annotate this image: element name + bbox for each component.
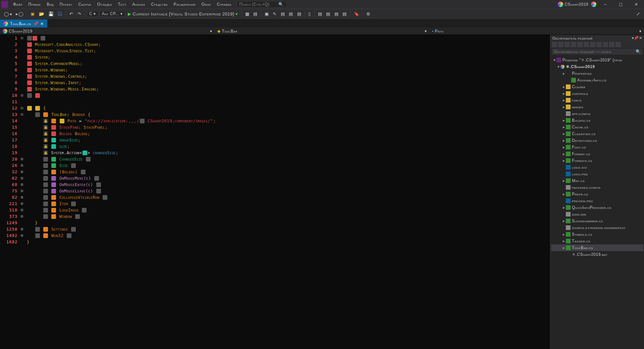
tb-icon-4[interactable]: ✎ bbox=[271, 11, 278, 17]
menu-analysis[interactable]: Анализ bbox=[130, 2, 147, 7]
search-box[interactable]: Поиск (Ctrl+Q) 🔍 bbox=[236, 1, 287, 8]
fold-toggle[interactable]: ⊟ bbox=[20, 36, 24, 41]
menu-file[interactable]: Файл bbox=[11, 2, 24, 7]
document-tab[interactable]: ToolBar.cs 📌 ✕ bbox=[0, 19, 47, 27]
tb-icon-12[interactable]: ▤ bbox=[341, 11, 348, 17]
tree-item[interactable]: logo.png bbox=[551, 171, 643, 177]
vs-logo-icon[interactable] bbox=[1, 1, 8, 8]
tree-item[interactable]: ▸Formats.cs bbox=[551, 157, 643, 164]
tree-item[interactable]: ▸fonts bbox=[551, 97, 643, 104]
fold-toggle[interactable]: ⊞ bbox=[20, 176, 24, 181]
sol-tb-i8[interactable] bbox=[596, 42, 602, 47]
menu-project[interactable]: Проект bbox=[57, 2, 75, 7]
fold-toggle[interactable]: ⊟ bbox=[20, 112, 24, 117]
tree-item[interactable]: ▸Definitions.cs bbox=[551, 137, 643, 144]
nav-forward-button[interactable]: ▸◯ bbox=[14, 11, 25, 17]
nav-scope-member[interactable]: ▪Path▾ bbox=[429, 29, 644, 34]
fold-toggle[interactable]: ⊞ bbox=[20, 169, 24, 174]
tb-icon-8[interactable]: ▯ bbox=[307, 11, 312, 17]
tree-item[interactable]: packages.config bbox=[551, 184, 643, 191]
tree-item[interactable]: ▸Sledgehammer.cs bbox=[551, 218, 643, 224]
menu-edit[interactable]: Правка bbox=[26, 2, 43, 7]
fold-toggle[interactable]: ⊞ bbox=[20, 195, 24, 200]
sol-tb-i3[interactable] bbox=[565, 42, 570, 47]
sol-close-icon[interactable]: ✕ bbox=[639, 36, 642, 40]
tree-item[interactable]: ▸QuickInfoProvider.cs bbox=[551, 204, 643, 211]
tree-item[interactable]: ▸Map.cs bbox=[551, 177, 643, 184]
undo-button[interactable]: ↶ bbox=[68, 11, 75, 17]
nav-back-button[interactable]: ◯◂ bbox=[3, 11, 13, 17]
project-node[interactable]: ▾⚛.CSharp2019 bbox=[551, 63, 643, 70]
tree-item[interactable]: ⚛.CSharp2019.bat bbox=[551, 251, 643, 258]
menu-help[interactable]: Справка bbox=[214, 2, 233, 7]
tab-pin-icon[interactable]: 📌 bbox=[33, 21, 39, 26]
tb-icon-7[interactable]: ▤ bbox=[296, 11, 303, 17]
sol-tb-i6[interactable] bbox=[584, 42, 589, 47]
sol-tb-properties-icon[interactable] bbox=[615, 42, 621, 47]
save-button[interactable]: 💾 bbox=[47, 11, 55, 17]
maximize-button[interactable]: ▢ bbox=[614, 1, 627, 8]
solution-root[interactable]: ▾Решение "⚛.CSharp2019" (прое bbox=[551, 57, 643, 63]
tree-item[interactable]: ▸Ссылки bbox=[551, 83, 643, 90]
account-icon[interactable] bbox=[591, 2, 596, 7]
new-project-button[interactable]: ▣ bbox=[29, 11, 36, 17]
menu-tools[interactable]: Средства bbox=[149, 2, 170, 7]
start-debug-button[interactable]: ▶ Current Instance [Visual Studio Enterp… bbox=[126, 11, 239, 17]
tree-item[interactable]: ▸Prepr.cs bbox=[551, 191, 643, 197]
sol-tb-i2[interactable] bbox=[558, 42, 564, 47]
tb-icon-5[interactable]: ▤ bbox=[279, 11, 286, 17]
menu-debug[interactable]: Отладка bbox=[95, 2, 114, 7]
fold-toggle[interactable]: ⊞ bbox=[20, 214, 24, 219]
fold-toggle[interactable]: ⊞ bbox=[20, 157, 24, 162]
menu-test[interactable]: Тест bbox=[115, 2, 128, 7]
tb-icon-right[interactable]: ⤢ bbox=[635, 11, 642, 17]
tree-item[interactable]: app.config bbox=[551, 110, 643, 117]
fold-toggle[interactable]: ⊞ bbox=[20, 163, 24, 168]
solution-search[interactable]: Обозреватель решений — поиск🔍 bbox=[552, 49, 643, 55]
tree-item[interactable]: ▸Symbols.cs bbox=[551, 231, 643, 238]
tb-icon-13[interactable]: ⚙ bbox=[365, 11, 372, 17]
saveall-button[interactable]: ⿻ bbox=[57, 11, 64, 17]
tb-bookmark[interactable]: 🔖 bbox=[353, 11, 361, 17]
tree-item[interactable]: ▸Classifier.cs bbox=[551, 130, 643, 137]
solution-tree[interactable]: ▾Решение "⚛.CSharp2019" (прое▾⚛.CSharp20… bbox=[550, 55, 644, 349]
sol-tb-i10[interactable] bbox=[609, 42, 614, 47]
close-button[interactable]: ✕ bbox=[630, 1, 643, 8]
fold-toggle[interactable]: ⊞ bbox=[20, 233, 24, 238]
platform-combo[interactable]: Any CP... ▾ bbox=[100, 11, 125, 17]
tree-item[interactable]: ▸ToolBar.cs bbox=[551, 244, 643, 251]
tab-close-button[interactable]: ✕ bbox=[40, 21, 44, 26]
tree-item[interactable]: ▸Buldog.cs bbox=[551, 117, 643, 124]
nav-scope-project[interactable]: CSharp2019▾ bbox=[0, 29, 215, 34]
code-editor[interactable]: 1⊟ 2 Microsoft.CodeAnalysis.CSharp;3 Mic… bbox=[0, 35, 550, 349]
sol-tb-i5[interactable] bbox=[577, 42, 583, 47]
fold-toggle[interactable]: ⊞ bbox=[20, 182, 24, 187]
redo-button[interactable]: ↷ bbox=[76, 11, 83, 17]
sol-tb-i9[interactable] bbox=[603, 42, 608, 47]
sol-tb-i7[interactable] bbox=[590, 42, 595, 47]
menu-window[interactable]: Окно bbox=[199, 2, 213, 7]
tb-icon-2[interactable]: ▤ bbox=[252, 11, 259, 17]
tree-item[interactable]: logo.ico bbox=[551, 164, 643, 171]
tb-icon-11[interactable]: ▤ bbox=[333, 11, 340, 17]
tree-item[interactable]: ▸controls bbox=[551, 90, 643, 97]
tree-item[interactable]: ▸Tagger.cs bbox=[551, 238, 643, 244]
fold-toggle[interactable]: ⊟ bbox=[20, 93, 24, 98]
tree-item[interactable]: ▸Format.cs bbox=[551, 151, 643, 157]
fold-toggle[interactable]: ⊟ bbox=[20, 106, 24, 111]
fold-toggle[interactable]: ⊞ bbox=[20, 208, 24, 213]
tb-icon-10[interactable]: ▤ bbox=[325, 11, 332, 17]
sol-tb-refresh-icon[interactable] bbox=[571, 42, 576, 47]
open-button[interactable]: 📂 bbox=[38, 11, 46, 17]
menu-view[interactable]: Вид bbox=[44, 2, 56, 7]
fold-toggle[interactable]: ⊞ bbox=[20, 201, 24, 206]
tree-item[interactable]: preview.png bbox=[551, 197, 643, 204]
tree-item[interactable]: ▸Properties bbox=[551, 70, 643, 77]
menu-build[interactable]: Сборка bbox=[76, 2, 94, 7]
config-combo[interactable]: C ▾ bbox=[87, 11, 98, 17]
tb-icon-3[interactable]: ▣ bbox=[263, 11, 270, 17]
sol-pin-icon[interactable]: 📌 bbox=[634, 36, 639, 40]
tree-item[interactable]: ▸Font.cs bbox=[551, 144, 643, 151]
tb-icon-9[interactable]: ▤ bbox=[317, 11, 324, 17]
tree-item[interactable]: source.extension.vsixmanifest bbox=[551, 224, 643, 231]
